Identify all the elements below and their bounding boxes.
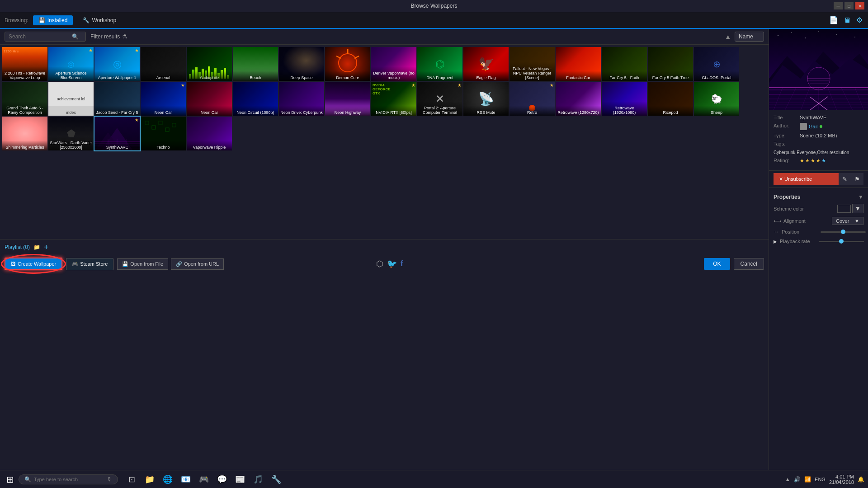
wallpaper-item[interactable]: 🦅 Eagle Flag — [463, 47, 509, 81]
taskbar: ⊞ 🔍 🎙 ⊡ 📁 🌐 📧 🎮 💬 📰 🎵 🔧 ▲ 🔊 📶 ENG 4:01 P… — [0, 470, 868, 488]
maximize-button[interactable]: □ — [844, 2, 854, 9]
wallpaper-item[interactable]: Techno — [141, 117, 186, 150]
music-button[interactable]: 🎵 — [250, 471, 266, 488]
wallpaper-item[interactable]: Fallout - New Vegas - NPC Veteran Ranger… — [509, 47, 555, 81]
star-icon: ★ — [458, 83, 462, 88]
wallpaper-item[interactable]: NVIDIAGEFORCEGTX ★ NVIDIA RTX [60fps] — [371, 82, 416, 116]
wallpaper-item[interactable]: Deep Space — [279, 47, 324, 81]
position-label: Position — [782, 229, 818, 235]
settings-icon[interactable]: ⚙ — [855, 15, 863, 25]
wallpaper-item[interactable]: achievement lol index — [48, 82, 94, 116]
taskbar-notification-icon[interactable]: 🔔 — [858, 476, 864, 483]
taskbar-network-icon[interactable]: 📶 — [804, 476, 811, 483]
mail-button[interactable]: 📧 — [178, 471, 194, 488]
wallpaper-item[interactable]: Neon Drive: Cyberpunk — [279, 82, 324, 116]
facebook-social-icon[interactable]: f — [401, 259, 403, 269]
sort-select[interactable]: Name Rating Date — [735, 32, 764, 42]
ok-button[interactable]: OK — [704, 258, 730, 270]
display-icon[interactable]: 🖥 — [843, 15, 852, 25]
workshop-tab[interactable]: 🔧 Workshop — [77, 15, 122, 25]
wallpaper-item[interactable]: ★ Retro — [509, 82, 555, 116]
wallpaper-item[interactable]: Far Cry 5 Faith Tree — [648, 47, 693, 81]
wallpaper-item[interactable]: Retrowave (868x488) — [602, 82, 647, 116]
rating-stars: ★ ★ ★ ★ ★ — [800, 158, 826, 164]
title-label: Title — [774, 115, 796, 120]
close-button[interactable]: ✕ — [855, 2, 864, 9]
wallpaper-item[interactable]: Beach — [233, 47, 278, 81]
task-view-button[interactable]: ⊡ — [123, 471, 140, 488]
wallpaper-item[interactable]: ⬟ StarWars - Darth Vader [2560x1600] — [48, 117, 94, 150]
taskbar-search-input[interactable] — [34, 477, 104, 482]
news-button[interactable]: 📰 — [232, 471, 248, 488]
title-bar-title: Browse Wallpapers — [411, 3, 458, 9]
alignment-dropdown[interactable]: Cover ▼ — [832, 217, 863, 225]
svg-point-34 — [778, 35, 778, 36]
minimize-button[interactable]: ─ — [834, 2, 843, 9]
wallpaper-item[interactable]: Grand Theft Auto 5 - Rainy Composition — [2, 82, 47, 116]
create-wallpaper-button[interactable]: 🖼 Create Wallpaper — [5, 258, 62, 270]
wallpaper-item[interactable]: Arsenal — [141, 47, 186, 81]
chat-button[interactable]: 💬 — [214, 471, 230, 488]
wallpaper-item[interactable]: Fantastic Car — [556, 47, 601, 81]
wallpaper-item[interactable]: Jacob Seed - Far Cry 5 — [94, 82, 140, 116]
wallpaper-item[interactable]: ⊕ GLaDOS, Portal — [694, 47, 739, 81]
tools-button[interactable]: 🔧 — [268, 471, 284, 488]
author-name[interactable]: Gail — [809, 124, 818, 129]
cancel-button[interactable]: Cancel — [734, 258, 764, 270]
flag-button[interactable]: ⚑ — [851, 173, 863, 185]
steam-icon: 🎮 — [72, 261, 78, 267]
new-file-icon[interactable]: 📄 — [828, 15, 839, 25]
edit-button[interactable]: ✎ — [839, 173, 851, 185]
wallpaper-item[interactable]: ◎ ★ Aperture Science BlueScreen — [48, 47, 94, 81]
wallpaper-item[interactable]: ★ Neon Car — [141, 82, 186, 116]
installed-tab[interactable]: 💾 Installed — [33, 15, 73, 25]
steam-social-icon[interactable]: ⬡ — [376, 259, 383, 269]
twitter-social-icon[interactable]: 🐦 — [387, 259, 397, 269]
wallpaper-item-selected[interactable]: ★ SynthWAVE — [94, 117, 140, 150]
wallpaper-item[interactable]: Neon Circuit (1080p) — [233, 82, 278, 116]
wallpaper-item[interactable]: Neon Highway — [325, 82, 370, 116]
filter-button[interactable]: Filter results ⚗ — [90, 33, 127, 40]
open-from-file-button[interactable]: 💾 Open from File — [117, 258, 168, 270]
playback-slider[interactable] — [819, 241, 864, 242]
taskbar-volume-icon[interactable]: 🔊 — [794, 476, 801, 483]
taskbar-search-icon: 🔍 — [24, 476, 31, 483]
wallpaper-item[interactable]: ◎ ★ Aperture Wallpaper 1 — [94, 47, 140, 81]
wallpaper-item[interactable]: Audiophile — [187, 47, 232, 81]
svg-point-39 — [854, 37, 855, 38]
wallpaper-item[interactable]: ⌬ DNA Fragment — [417, 47, 462, 81]
wallpaper-item[interactable]: Neon Car — [187, 82, 232, 116]
wallpaper-item[interactable]: 2200 Hrs 2 200 Hrs - Retrowave Vaporwave… — [2, 47, 47, 81]
wallpaper-item[interactable]: Vaporwave Ripple — [187, 117, 232, 150]
open-url-icon: 🔗 — [176, 261, 182, 267]
wallpaper-item[interactable]: Retrowave (1280x720) — [556, 82, 601, 116]
scheme-dropdown-button[interactable]: ▼ — [852, 204, 863, 213]
wallpaper-item[interactable]: Far Cry 5 - Faith — [602, 47, 647, 81]
properties-expand-icon[interactable]: ▼ — [858, 194, 863, 200]
installed-icon: 💾 — [38, 17, 45, 23]
wallpaper-item[interactable]: Demon Core — [325, 47, 370, 81]
chrome-button[interactable]: 🌐 — [160, 471, 176, 488]
steam-taskbar-button[interactable]: 🎮 — [196, 471, 212, 488]
search-button[interactable]: 🔍 — [72, 33, 79, 40]
position-slider[interactable] — [821, 231, 866, 233]
wallpaper-item[interactable]: Shimmering Particles — [2, 117, 47, 150]
search-input[interactable] — [9, 33, 72, 40]
wallpaper-item[interactable]: Denver Vaporwave (no music) — [371, 47, 416, 81]
unsubscribe-button[interactable]: ✕ Unsubscribe — [774, 173, 839, 185]
playlist-add-button[interactable]: + — [44, 243, 49, 251]
taskbar-chevron-icon[interactable]: ▲ — [785, 476, 790, 483]
color-swatch[interactable] — [837, 205, 851, 213]
svg-marker-41 — [769, 58, 868, 110]
steam-store-button[interactable]: 🎮 Steam Store — [66, 258, 113, 270]
taskbar-clock[interactable]: 4:01 PM 21/04/2018 — [829, 474, 854, 485]
wallpaper-item[interactable]: 🐑 Sheep — [694, 82, 739, 116]
svg-point-37 — [818, 31, 819, 32]
create-label: Create Wallpaper — [18, 261, 56, 267]
start-button[interactable]: ⊞ — [4, 473, 17, 486]
open-from-url-button[interactable]: 🔗 Open from URL — [171, 258, 224, 270]
file-explorer-button[interactable]: 📁 — [142, 471, 158, 488]
wallpaper-item[interactable]: Ricepod — [648, 82, 693, 116]
wallpaper-item[interactable]: ✕ ★ Portal 2: Aperture Computer Terminal — [417, 82, 462, 116]
wallpaper-item[interactable]: 📡 RSS Mute — [463, 82, 509, 116]
